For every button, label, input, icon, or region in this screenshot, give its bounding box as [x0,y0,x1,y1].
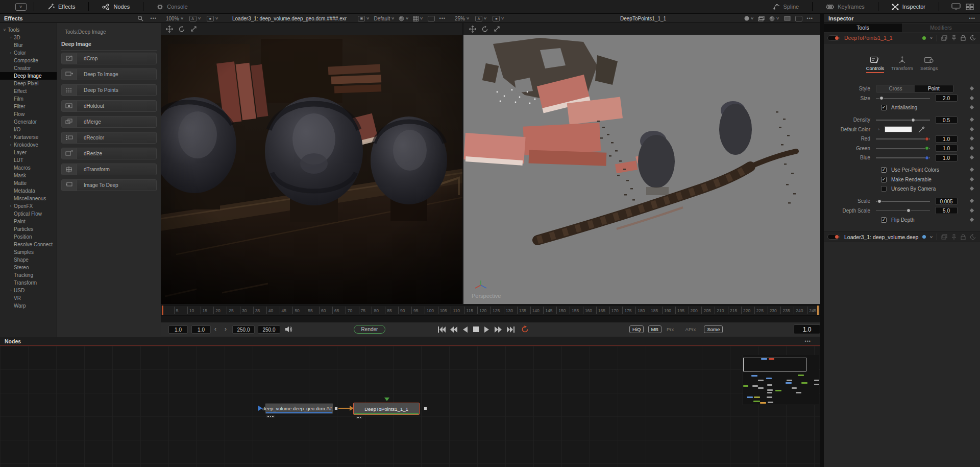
inspector-menu-dots[interactable]: ••• [969,16,975,21]
blue-slider[interactable] [876,155,930,160]
range-end-marker[interactable] [817,306,819,315]
scale-value[interactable]: 0.005 [935,198,958,205]
right-viewer-3d-select[interactable]: ∨ [769,16,779,21]
goto-start-button[interactable] [438,326,446,333]
keyframe-diamond-icon[interactable] [970,86,974,90]
fast-forward-button[interactable] [495,326,502,333]
frame-field-1[interactable]: 1.0 [168,325,188,334]
density-slider[interactable] [876,117,930,123]
pan-icon[interactable] [469,26,476,33]
chevron-right-icon[interactable]: › [8,143,14,147]
tool-item-dholdout[interactable]: dHoldout [61,100,157,112]
layout-grid-icon[interactable] [966,4,974,10]
left-viewer-grid-select[interactable]: ∨ [413,16,423,21]
right-viewer-shading-select[interactable]: ∨ [744,16,753,21]
node-connection[interactable] [338,404,354,412]
goto-end-button[interactable] [507,326,514,333]
tree-item-paint[interactable]: Paint [0,218,57,225]
tree-item-tracking[interactable]: Tracking [0,271,57,279]
tree-item-color[interactable]: ›Color [0,49,57,57]
reset-history-icon[interactable] [970,35,976,41]
lock-icon[interactable] [961,234,966,240]
viewer-divider[interactable] [462,23,463,304]
keyframe-diamond-icon[interactable] [970,208,974,212]
tree-item-transform[interactable]: Transform [0,279,57,287]
tree-item-filter[interactable]: Filter [0,103,57,110]
node-graph-canvas[interactable]: deep_volume.deep_geo.dcm.##... DeepToPoi… [0,346,820,467]
tree-item-composite[interactable]: Composite [0,57,57,64]
loader-node-header[interactable]: Loader3_1: deep_volume.deep ∨ [824,231,980,242]
tool-item-dmerge[interactable]: dMerge [61,116,157,128]
chevron-down-icon[interactable]: ∨ [929,36,933,40]
tree-item-generator[interactable]: Generator [0,118,57,126]
tree-item-position[interactable]: Position [0,233,57,241]
tool-item-dresize[interactable]: dResize [61,148,157,159]
tree-item-vr[interactable]: VR [0,294,57,302]
chevron-right-icon[interactable]: › [8,51,14,55]
tool-item-drecolor[interactable]: dRecolor [61,132,157,144]
tool-item-deep-to-image[interactable]: Deep To Image [61,68,157,80]
viewport-icon[interactable] [784,16,791,21]
density-value[interactable]: 0.5 [935,116,958,124]
tool-item-deep-to-points[interactable]: Deep To Points [61,84,157,96]
step-forward-arrow[interactable]: › [225,325,227,334]
keyframe-diamond-icon[interactable] [970,127,974,131]
keyframe-diamond-icon[interactable] [970,177,974,181]
node-graph-minimap[interactable] [743,355,819,405]
node-top-triangle[interactable] [384,397,390,402]
quality-badge-mb[interactable]: MB [648,325,662,333]
tool-item-dtransform[interactable]: dTransform [61,164,157,175]
chevron-down-icon[interactable]: ∨ [929,235,933,239]
tree-item-matte[interactable]: Matte [0,179,57,187]
frame-field-2[interactable]: 1.0 [191,325,211,334]
tree-item-resolve-connect[interactable]: Resolve Connect [0,241,57,248]
stop-button[interactable] [473,326,479,332]
keyframe-diamond-icon[interactable] [970,96,974,100]
subtab-transform[interactable]: Transform [891,54,913,76]
keyframe-diamond-icon[interactable] [970,105,974,109]
play-button[interactable] [484,326,489,333]
search-icon[interactable] [137,15,143,21]
right-viewer-canvas[interactable]: Perspective [463,35,820,304]
rotate-icon[interactable] [178,26,185,33]
tab-tools[interactable]: Tools [824,24,902,32]
keyframe-diamond-icon[interactable] [970,218,974,222]
tree-item-krokodove[interactable]: ›Krokodove [0,141,57,149]
render-button[interactable]: Render [354,325,385,334]
tile-color-dot[interactable] [922,235,926,239]
current-frame-display[interactable]: 1.0 [794,324,820,334]
pan-icon[interactable] [166,26,173,33]
tool-item-dcrop[interactable]: dCrop [61,53,157,64]
node-output-port[interactable] [424,407,427,410]
antialiasing-checkbox[interactable] [881,105,887,110]
tree-item-i-o[interactable]: I/O [0,126,57,133]
style-cross-button[interactable]: Cross [876,85,915,92]
range-field-2[interactable]: 250.0 [258,325,280,334]
left-viewer-roi-select[interactable]: ▣∨ [358,16,369,21]
keyframe-diamond-icon[interactable] [970,199,974,203]
depth-scale-value[interactable]: 5.0 [935,207,958,214]
tree-item-metadata[interactable]: Metadata [0,187,57,195]
range-field-1[interactable]: 250.0 [232,325,255,334]
make-renderable-checkbox[interactable] [881,177,887,182]
unseen-by-camera-checkbox[interactable] [881,186,887,192]
right-viewer-menu-dots[interactable]: ••• [807,16,813,21]
tree-item-openfx[interactable]: ›OpenFX [0,202,57,210]
audio-icon[interactable] [285,326,292,333]
tree-item-creator[interactable]: Creator [0,64,57,72]
tree-item-flow[interactable]: Flow [0,110,57,118]
step-back-arrow[interactable]: ‹ [214,325,216,334]
flip-depth-checkbox[interactable] [881,217,887,223]
tree-item-film[interactable]: Film [0,95,57,103]
tree-item-usd[interactable]: ›USD [0,287,57,294]
tree-item-samples[interactable]: Samples [0,248,57,256]
tree-item-effect[interactable]: Effect [0,87,57,95]
left-viewer-zoom-select[interactable]: 100%∨ [166,16,183,21]
fast-reverse-button[interactable] [450,326,457,333]
timeline-ruler[interactable]: 5101520253035404550556065707580859095100… [161,305,820,316]
default-color-swatch[interactable] [885,126,912,132]
tree-item-deep-image[interactable]: Deep Image [0,72,57,80]
snapshot-icon[interactable] [795,16,802,21]
green-slider[interactable] [876,146,930,151]
scale-icon[interactable] [494,26,500,32]
